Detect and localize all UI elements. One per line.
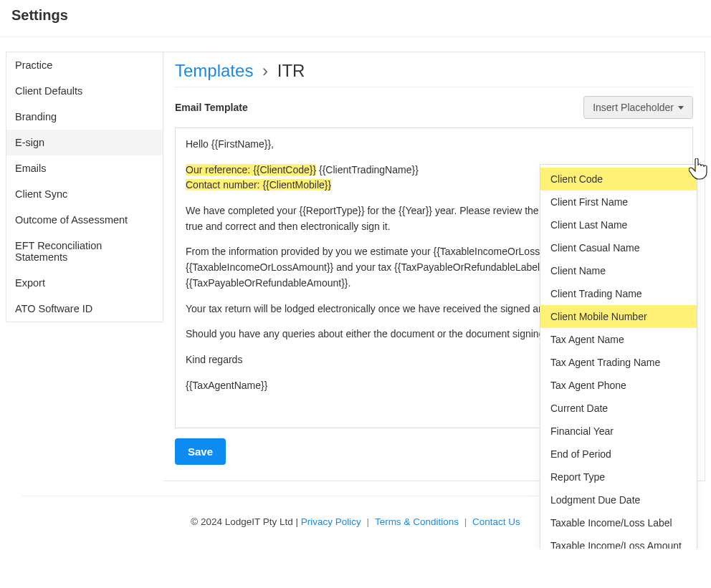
placeholder-menu-item[interactable]: Taxable Income/Loss Label bbox=[540, 511, 697, 534]
insert-placeholder-label: Insert Placeholder bbox=[593, 102, 674, 113]
breadcrumb-sep: › bbox=[258, 61, 272, 80]
placeholder-menu-item[interactable]: Client Name bbox=[540, 259, 697, 282]
chevron-down-icon bbox=[678, 106, 684, 110]
breadcrumb-root[interactable]: Templates bbox=[175, 61, 253, 80]
sidebar-item[interactable]: Client Sync bbox=[6, 181, 163, 207]
page-title: Settings bbox=[11, 7, 700, 24]
placeholder-menu-item[interactable]: Client Code bbox=[540, 168, 697, 191]
footer-contact-link[interactable]: Contact Us bbox=[472, 516, 520, 527]
sidebar-item[interactable]: Branding bbox=[6, 104, 163, 130]
settings-sidebar: PracticeClient DefaultsBrandingE-signEma… bbox=[6, 52, 163, 322]
insert-placeholder-menu[interactable]: Client CodeClient First NameClient Last … bbox=[540, 164, 697, 549]
placeholder-menu-item[interactable]: Taxable Income/Loss Amount bbox=[540, 534, 697, 549]
sidebar-item[interactable]: Practice bbox=[6, 52, 163, 78]
placeholder-menu-item[interactable]: Tax Agent Phone bbox=[540, 374, 697, 397]
placeholder-menu-item[interactable]: Client Last Name bbox=[540, 213, 697, 236]
footer-copyright: © 2024 LodgeIT Pty Ltd | bbox=[191, 516, 301, 527]
sidebar-item[interactable]: Export bbox=[6, 270, 163, 296]
section-label: Email Template bbox=[175, 102, 248, 113]
placeholder-menu-item[interactable]: Current Date bbox=[540, 397, 697, 420]
placeholder-menu-item[interactable]: Report Type bbox=[540, 466, 697, 488]
placeholder-menu-item[interactable]: Financial Year bbox=[540, 420, 697, 443]
sidebar-item[interactable]: EFT Reconciliation Statements bbox=[6, 233, 163, 270]
placeholder-menu-item[interactable]: End of Period bbox=[540, 443, 697, 466]
sidebar-item[interactable]: Emails bbox=[6, 155, 163, 181]
placeholder-menu-item[interactable]: Client Casual Name bbox=[540, 236, 697, 259]
footer-terms-link[interactable]: Terms & Conditions bbox=[375, 516, 459, 527]
sidebar-item[interactable]: E-sign bbox=[6, 130, 163, 155]
sidebar-item[interactable]: Client Defaults bbox=[6, 78, 163, 104]
main-area: PracticeClient DefaultsBrandingE-signEma… bbox=[0, 37, 711, 481]
insert-placeholder-button[interactable]: Insert Placeholder bbox=[583, 96, 693, 119]
sidebar-item[interactable]: Outcome of Assessment bbox=[6, 207, 163, 233]
save-button[interactable]: Save bbox=[175, 438, 226, 465]
template-header-row: Email Template Insert Placeholder bbox=[175, 96, 693, 119]
template-ref-line: Our reference: {{ClientCode}} bbox=[186, 164, 316, 175]
footer-privacy-link[interactable]: Privacy Policy bbox=[301, 516, 361, 527]
breadcrumb-current: ITR bbox=[277, 61, 305, 80]
template-greeting: Hello {{FirstName}}, bbox=[186, 137, 682, 153]
breadcrumb: Templates › ITR bbox=[175, 61, 693, 87]
placeholder-menu-item[interactable]: Lodgment Due Date bbox=[540, 488, 697, 511]
template-contact-line: Contact number: {{ClientMobile}} bbox=[186, 179, 331, 191]
page-header: Settings bbox=[0, 0, 711, 37]
placeholder-menu-item[interactable]: Tax Agent Trading Name bbox=[540, 351, 697, 374]
placeholder-menu-item[interactable]: Tax Agent Name bbox=[540, 328, 697, 351]
placeholder-menu-item[interactable]: Client Mobile Number bbox=[540, 305, 697, 328]
placeholder-menu-item[interactable]: Client Trading Name bbox=[540, 282, 697, 305]
sidebar-item[interactable]: ATO Software ID bbox=[6, 296, 163, 322]
placeholder-menu-item[interactable]: Client First Name bbox=[540, 191, 697, 213]
content-panel: Templates › ITR Email Template Insert Pl… bbox=[163, 52, 705, 481]
